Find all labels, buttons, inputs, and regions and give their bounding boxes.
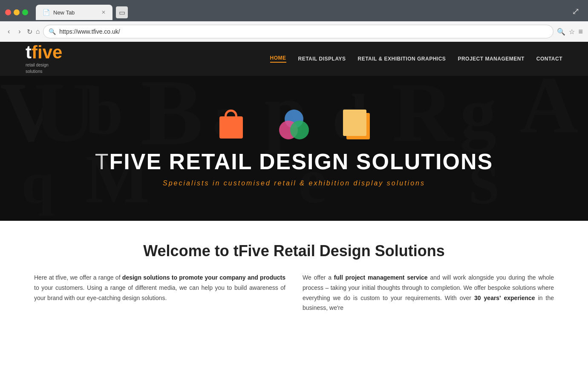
nav-retail-displays[interactable]: RETAIL DISPLAYS [298,56,346,62]
forward-button[interactable]: › [16,26,23,37]
tab-icon: 📄 [43,9,50,16]
logo-t: t [26,43,32,61]
col1-bold1: design solutions to promote your company… [122,274,285,281]
hero-title: tFIVE RETAIL DESIGN SOLUTIONS [95,150,493,173]
minimize-button[interactable] [14,9,20,15]
nav-project-management[interactable]: PROJECT MANAGEMENT [458,56,524,62]
nav-home[interactable]: HOME [270,55,286,63]
title-bar: 📄 New Tab ✕ ▭ ⤢ [0,0,588,21]
welcome-columns: Here at tfive, we offer a range of desig… [34,273,554,313]
color-circles-icon [279,110,309,139]
close-button[interactable] [5,9,11,15]
home-button[interactable]: ⌂ [36,28,40,35]
fullscreen-icon[interactable]: ⤢ [572,6,579,17]
col2-bold2: 30 years' experience [474,295,535,301]
browser-toolbar: ‹ › ↻ ⌂ 🔍 🔍 ☆ ≡ [0,21,588,42]
hero-content: tFIVE RETAIL DESIGN SOLUTIONS Specialist… [95,110,493,187]
welcome-section: Welcome to tFive Retail Design Solutions… [0,221,588,330]
hero-subtitle: Specialists in customised retail & exhib… [163,179,425,187]
browser-chrome: 📄 New Tab ✕ ▭ ⤢ ‹ › ↻ ⌂ 🔍 🔍 ☆ ≡ [0,0,588,42]
logo-tagline-line2: solutions [26,69,62,74]
tab-title: New Tab [53,9,98,16]
website-content: t five retail design solutions HOME RETA… [0,42,588,390]
back-button[interactable]: ‹ [5,26,12,37]
hero-title-main: FIVE RETAIL DESIGN SOLUTIONS [110,149,493,174]
welcome-title: Welcome to tFive Retail Design Solutions [34,242,554,260]
main-nav: HOME RETAIL DISPLAYS RETAIL & EXHIBITION… [270,55,563,63]
shopping-bag-icon [217,110,245,139]
traffic-lights [5,9,28,15]
circle-green [290,121,309,139]
welcome-col-right: We offer a full project management servi… [303,273,554,313]
site-header: t five retail design solutions HOME RETA… [0,42,588,76]
logo[interactable]: t five retail design solutions [26,43,62,74]
search-icon: 🔍 [49,28,56,35]
search-toolbar-icon[interactable]: 🔍 [557,28,565,36]
browser-tab[interactable]: 📄 New Tab ✕ [36,5,112,20]
pages-icon [343,110,371,139]
bookmark-icon[interactable]: ☆ [569,28,575,36]
logo-five: five [32,43,62,61]
welcome-col-left: Here at tfive, we offer a range of desig… [34,273,285,313]
maximize-button[interactable] [22,9,28,15]
tab-close-button[interactable]: ✕ [101,9,106,15]
page-front [343,110,366,136]
new-tab-button[interactable]: ▭ [116,6,128,18]
col2-bold1: full project management service [334,274,428,281]
nav-retail-exhibition[interactable]: RETAIL & EXHIBITION GRAPHICS [357,56,446,62]
url-input[interactable] [59,28,548,35]
hero-icons [217,110,371,139]
logo-tagline-line1: retail design [26,62,62,68]
hero-section: V U b B a p d R g A q M e S [0,76,588,221]
bag-body [219,116,243,139]
menu-icon[interactable]: ≡ [578,27,583,36]
address-bar[interactable]: 🔍 [43,25,553,38]
refresh-button[interactable]: ↻ [27,28,32,36]
nav-contact[interactable]: CONTACT [536,56,562,62]
hero-title-t: t [95,149,110,174]
